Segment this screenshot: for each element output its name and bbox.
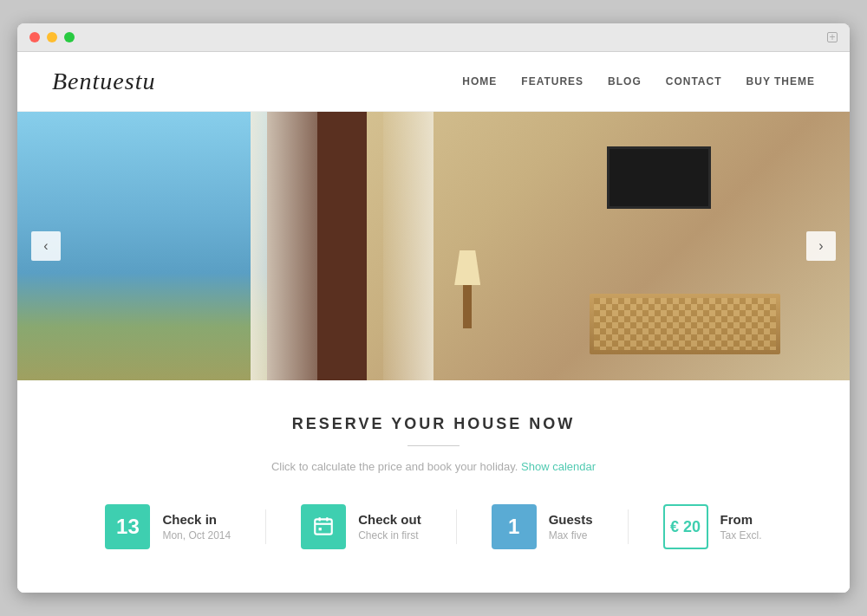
separator-2 — [456, 509, 457, 544]
scene-curtain-left — [251, 112, 317, 380]
nav-item-home[interactable]: HOME — [462, 75, 497, 88]
main-nav: HOME FEATURES BLOG CONTACT BUY THEME — [462, 75, 815, 88]
scene-dresser — [590, 294, 780, 354]
separator-1 — [265, 509, 266, 544]
price-sublabel: Tax Excl. — [720, 529, 762, 541]
site-logo[interactable]: Bentuestu — [52, 68, 155, 95]
separator-3 — [628, 509, 629, 544]
nav-item-blog[interactable]: BLOG — [608, 75, 642, 88]
check-in-widget[interactable]: 13 Check in Mon, Oct 2014 — [105, 504, 231, 549]
close-dot[interactable] — [29, 32, 40, 42]
check-in-text: Check in Mon, Oct 2014 — [162, 512, 231, 541]
reserve-title: RESERVE YOUR HOUSE NOW — [52, 415, 815, 433]
nav-item-features[interactable]: FEATURES — [521, 75, 583, 88]
calendar-link[interactable]: Show calendar — [521, 460, 596, 473]
maximize-dot[interactable] — [64, 32, 75, 42]
check-out-widget[interactable]: Check out Check in first — [301, 504, 421, 549]
hero-slider: ‹ › — [17, 112, 850, 380]
price-text: From Tax Excl. — [720, 512, 762, 541]
site-header: Bentuestu HOME FEATURES BLOG CONTACT BUY… — [17, 52, 850, 112]
guests-text: Guests Max five — [549, 512, 593, 541]
scene-curtain-right — [383, 112, 434, 380]
nav-item-contact[interactable]: CONTACT — [666, 75, 722, 88]
minimize-dot[interactable] — [47, 32, 57, 42]
calendar-icon — [312, 515, 335, 538]
check-in-sublabel: Mon, Oct 2014 — [162, 529, 231, 541]
guests-sublabel: Max five — [549, 529, 593, 541]
scene-lamp — [450, 250, 485, 328]
price-widget[interactable]: € 20 From Tax Excl. — [663, 504, 762, 549]
nav-item-buy-theme[interactable]: BUY THEME — [746, 75, 815, 88]
reserve-section: RESERVE YOUR HOUSE NOW Click to calculat… — [17, 380, 850, 593]
check-out-text: Check out Check in first — [358, 512, 421, 541]
scene-tv — [607, 146, 711, 209]
guests-icon: 1 — [492, 504, 537, 549]
price-icon: € 20 — [663, 504, 708, 549]
price-label: From — [720, 512, 762, 527]
slider-prev-button[interactable]: ‹ — [31, 231, 61, 261]
guests-widget[interactable]: 1 Guests Max five — [492, 504, 593, 549]
reserve-subtitle: Click to calculate the price and book yo… — [52, 460, 815, 473]
svg-rect-0 — [315, 519, 332, 534]
svg-rect-4 — [319, 528, 322, 530]
expand-icon[interactable] — [827, 32, 838, 42]
check-out-sublabel: Check in first — [358, 529, 421, 541]
check-in-icon: 13 — [105, 504, 150, 549]
guests-label: Guests — [549, 512, 593, 527]
website-content: Bentuestu HOME FEATURES BLOG CONTACT BUY… — [17, 52, 850, 593]
slider-next-button[interactable]: › — [806, 231, 836, 261]
browser-chrome — [17, 23, 850, 52]
booking-row: 13 Check in Mon, Oct 2014 — [52, 504, 815, 549]
check-in-label: Check in — [162, 512, 231, 527]
hero-scene — [17, 112, 850, 380]
check-out-label: Check out — [358, 512, 421, 527]
reserve-divider — [407, 445, 460, 446]
check-out-icon — [301, 504, 346, 549]
browser-window: Bentuestu HOME FEATURES BLOG CONTACT BUY… — [17, 23, 850, 593]
